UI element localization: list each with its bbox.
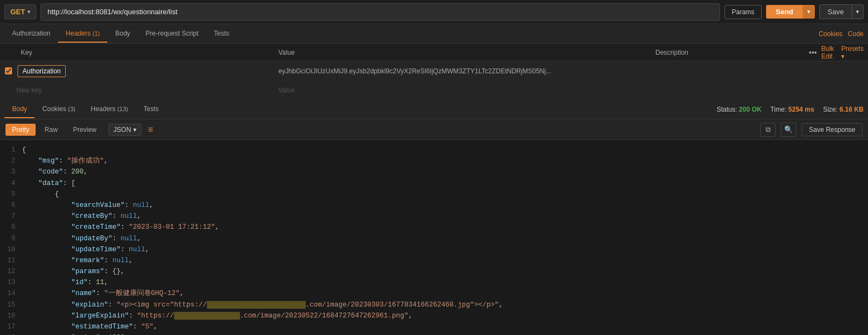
code-line: 15 "explain": "<p><img src="https://████… <box>0 299 868 310</box>
code-line: 6 "searchValue": null, <box>0 200 868 211</box>
method-chevron-icon: ▾ <box>27 9 30 15</box>
new-value-placeholder[interactable]: Value <box>274 83 299 97</box>
params-button[interactable]: Params <box>724 5 761 19</box>
code-line: 10 "updateTime": null, <box>0 244 868 255</box>
size-value: 6.16 KB <box>840 106 864 113</box>
code-line: 8 "createTime": "2023-03-01 17:21:12", <box>0 222 868 233</box>
status-value: 200 OK <box>739 106 761 113</box>
send-button[interactable]: Send <box>766 5 803 19</box>
code-line: 4 "data": [ <box>0 178 868 189</box>
resp-tab-cookies[interactable]: Cookies (3) <box>35 101 83 118</box>
save-dropdown-button[interactable]: ▾ <box>852 4 864 19</box>
code-line: 2 "msg": "操作成功", <box>0 155 868 166</box>
header-desc-cell[interactable] <box>715 68 868 74</box>
code-line: 11 "remark": null, <box>0 255 868 266</box>
top-bar: GET ▾ Params Send ▾ Save ▾ <box>0 0 868 24</box>
resp-tab-body[interactable]: Body <box>4 101 35 118</box>
code-line: 3 "code": 200, <box>0 166 868 177</box>
code-line: 7 "createBy": null, <box>0 211 868 222</box>
header-row-authorization: Authorization eyJhbGciOiJIUzUxMiJ9.eyJsb… <box>0 61 868 81</box>
req-tabs-right: Cookies Code <box>819 30 864 38</box>
format-chevron-icon: ▾ <box>133 126 136 134</box>
toolbar-right: ⧉ 🔍 Save Response <box>760 123 863 137</box>
header-value-cell[interactable]: eyJhbGciOiJIUzUxMiJ9.eyJsb2dpbkl9c2VyX2R… <box>274 64 715 78</box>
raw-button[interactable]: Raw <box>38 124 64 136</box>
tab-pre-request-script[interactable]: Pre-request Script <box>138 25 207 43</box>
wrap-icon[interactable]: ≡ <box>148 125 153 135</box>
preview-button[interactable]: Preview <box>66 124 103 136</box>
save-button-group: Save ▾ <box>819 4 864 19</box>
format-label: JSON <box>113 126 131 134</box>
bulk-edit-button[interactable]: Bulk Edit <box>821 45 837 60</box>
tab-body[interactable]: Body <box>107 25 138 43</box>
size-label: Size: 6.16 KB <box>823 106 864 113</box>
response-tabs-bar: Body Cookies (3) Headers (13) Tests Stat… <box>0 100 868 119</box>
save-button[interactable]: Save <box>819 4 852 19</box>
request-tabs: Authorization Headers (1) Body Pre-reque… <box>0 24 868 44</box>
code-line: 16 "largeExplain": "https://████████████… <box>0 310 868 321</box>
send-dropdown-button[interactable]: ▾ <box>803 5 815 19</box>
code-line: 13 "id": 11, <box>0 277 868 288</box>
method-selector[interactable]: GET ▾ <box>4 4 36 19</box>
code-line: 5 { <box>0 189 868 200</box>
more-options-icon[interactable]: ••• <box>809 48 817 57</box>
col-desc-label: Description <box>655 49 809 56</box>
code-line: 12 "params": {}, <box>0 266 868 277</box>
new-key-placeholder[interactable]: New key <box>0 83 274 97</box>
cookies-link[interactable]: Cookies <box>819 30 842 38</box>
tab-authorization[interactable]: Authorization <box>4 25 58 43</box>
copy-button[interactable]: ⧉ <box>760 123 775 137</box>
response-toolbar: Pretty Raw Preview JSON ▾ ≡ ⧉ 🔍 Save Res… <box>0 119 868 140</box>
json-code-area[interactable]: 1{2 "msg": "操作成功",3 "code": 200,4 "data"… <box>0 140 868 335</box>
code-line: 18 "price": 1990, <box>0 332 868 335</box>
code-line: 1{ <box>0 145 868 155</box>
tab-tests-request[interactable]: Tests <box>206 25 237 43</box>
header-key-cell[interactable]: Authorization <box>13 62 274 80</box>
resp-tabs-right: Status: 200 OK Time: 5254 ms Size: 6.16 … <box>717 106 864 113</box>
header-value-text: eyJhbGciOiJIUzUxMiJ9.eyJsb2dpbkl9c2VyX2R… <box>278 67 551 75</box>
code-line: 14 "name": "一般健康问卷GHQ-12", <box>0 288 868 299</box>
time-value: 5254 ms <box>789 106 814 113</box>
code-link[interactable]: Code <box>848 30 864 38</box>
col-actions: ••• Bulk Edit Presets ▾ <box>809 45 864 60</box>
header-key-value: Authorization <box>18 65 66 77</box>
search-button[interactable]: 🔍 <box>781 123 796 137</box>
send-button-group: Send ▾ <box>766 5 815 19</box>
url-input[interactable] <box>41 3 720 21</box>
save-response-button[interactable]: Save Response <box>802 123 863 136</box>
resp-tab-headers[interactable]: Headers (13) <box>83 101 136 118</box>
new-header-row: New key Value <box>0 81 868 100</box>
presets-button[interactable]: Presets ▾ <box>841 45 864 60</box>
header-checkbox[interactable] <box>0 67 13 74</box>
format-selector[interactable]: JSON ▾ <box>108 124 141 136</box>
col-key-label: Key <box>4 49 278 56</box>
method-label: GET <box>10 8 25 16</box>
code-line: 9 "updateBy": null, <box>0 233 868 244</box>
code-line: 17 "estimatedTime": "5", <box>0 321 868 332</box>
headers-columns: Key Value Description ••• Bulk Edit Pres… <box>0 44 868 61</box>
tab-headers[interactable]: Headers (1) <box>58 25 107 43</box>
pretty-button[interactable]: Pretty <box>5 124 36 136</box>
col-value-label: Value <box>278 49 655 56</box>
time-label: Time: 5254 ms <box>770 106 814 113</box>
resp-tab-tests[interactable]: Tests <box>136 101 167 118</box>
status-label: Status: 200 OK <box>717 106 762 113</box>
